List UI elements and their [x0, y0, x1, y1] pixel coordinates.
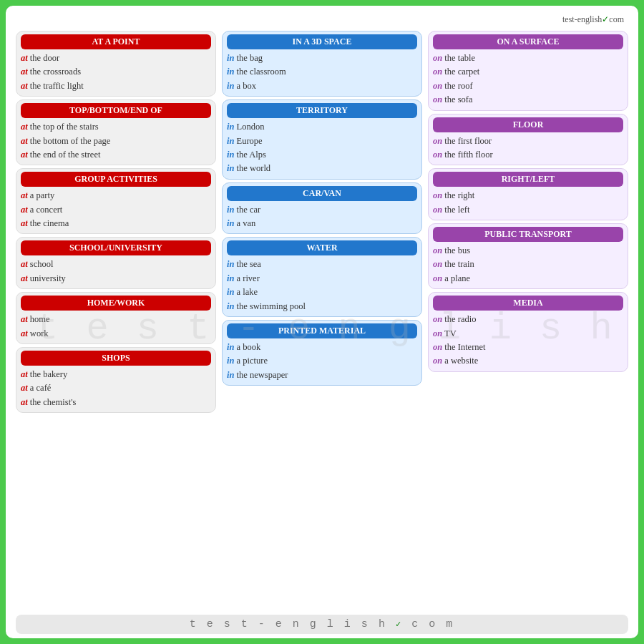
preposition: on [433, 136, 442, 146]
list-item: on a website [433, 354, 623, 368]
preposition: at [21, 314, 28, 324]
preposition: at [21, 122, 28, 132]
list-item: at a concert [21, 203, 211, 217]
section-at: SCHOOL/UNIVERSITYat schoolat university [16, 237, 216, 289]
section-header: MEDIA [433, 296, 623, 311]
preposition: at [21, 81, 28, 91]
preposition: in [227, 259, 234, 269]
preposition: at [21, 328, 28, 338]
column-on: ON A SURFACEon the tableon the carpeton … [428, 31, 628, 611]
section-in: PRINTED MATERIALin a bookin a picturein … [222, 320, 422, 386]
section-header: TERRITORY [227, 103, 417, 118]
list-item: on the roof [433, 79, 623, 93]
list-item: at home [21, 313, 211, 326]
preposition: on [433, 150, 442, 160]
column-in: IN A 3D SPACEin the bagin the classroomi… [222, 31, 422, 611]
list-item: on the fifth floor [433, 148, 623, 162]
preposition: at [21, 150, 28, 160]
list-item: at the top of the stairs [21, 120, 211, 134]
preposition: at [21, 53, 28, 63]
list-item: at the traffic light [21, 79, 211, 93]
preposition: on [433, 314, 442, 324]
list-item: on a plane [433, 272, 623, 286]
section-on: ON A SURFACEon the tableon the carpeton … [428, 31, 628, 111]
preposition: on [433, 53, 442, 63]
list-item: in a book [227, 341, 417, 354]
section-header: IN A 3D SPACE [227, 34, 417, 49]
preposition: on [433, 205, 442, 215]
list-item: on the bus [433, 244, 623, 258]
preposition: in [227, 53, 234, 63]
preposition: at [21, 136, 28, 146]
list-item: at the bakery [21, 368, 211, 381]
list-item: at a café [21, 381, 211, 395]
section-in: WATERin the seain a riverin a lakein the… [222, 237, 422, 317]
section-in: IN A 3D SPACEin the bagin the classroomi… [222, 31, 422, 97]
preposition: at [21, 205, 28, 215]
list-item: on the right [433, 189, 623, 203]
preposition: at [21, 383, 28, 393]
list-item: at school [21, 258, 211, 271]
list-item: in a river [227, 272, 417, 286]
section-at: GROUP ACTIVITIESat a partyat a concertat… [16, 168, 216, 234]
list-item: in Europe [227, 135, 417, 148]
section-header: SHOPS [21, 351, 211, 366]
preposition: at [21, 397, 28, 407]
preposition: on [433, 81, 442, 91]
list-item: in London [227, 120, 417, 134]
section-on: MEDIAon the radioon TVon the Interneton … [428, 292, 628, 372]
preposition: at [21, 259, 28, 269]
preposition: in [227, 287, 234, 297]
list-item: at the chemist's [21, 396, 211, 409]
preposition: on [433, 328, 442, 338]
list-item: in the Alps [227, 148, 417, 162]
section-header: PRINTED MATERIAL [227, 323, 417, 338]
section-at: HOME/WORKat homeat work [16, 292, 216, 344]
section-header: PUBLIC TRANSPORT [433, 227, 623, 242]
list-item: at the cinema [21, 217, 211, 230]
preposition: at [21, 218, 28, 228]
preposition: in [227, 273, 234, 283]
section-on: FLOORon the first flooron the fifth floo… [428, 114, 628, 166]
section-at: AT A POINTat the doorat the crossroadsat… [16, 31, 216, 97]
list-item: in the sea [227, 258, 417, 271]
section-header: WATER [227, 240, 417, 255]
section-in: CAR/VANin the carin a van [222, 182, 422, 235]
column-at: AT A POINTat the doorat the crossroadsat… [16, 31, 216, 611]
preposition: on [433, 190, 442, 200]
list-item: in a lake [227, 286, 417, 299]
preposition: on [433, 273, 442, 283]
preposition: at [21, 273, 28, 283]
preposition: in [227, 81, 234, 91]
preposition: on [433, 342, 442, 352]
footer: t e s t - e n g l i s h ✓ c o m [16, 615, 628, 634]
preposition: in [227, 301, 234, 311]
preposition: in [227, 356, 234, 366]
site-tag: test-english✓com [16, 14, 624, 25]
list-item: on the left [433, 203, 623, 217]
preposition: on [433, 259, 442, 269]
preposition: in [227, 218, 234, 228]
list-item: on the sofa [433, 93, 623, 107]
list-item: in the newspaper [227, 369, 417, 382]
list-item: in the classroom [227, 65, 417, 79]
section-header: AT A POINT [21, 34, 211, 49]
section-at: SHOPSat the bakeryat a caféat the chemis… [16, 347, 216, 413]
preposition: at [21, 67, 28, 77]
section-header: FLOOR [433, 117, 623, 132]
preposition: on [433, 67, 442, 77]
section-header: HOME/WORK [21, 296, 211, 311]
section-on: PUBLIC TRANSPORTon the buson the trainon… [428, 223, 628, 289]
preposition: in [227, 370, 234, 380]
preposition: in [227, 136, 234, 146]
list-item: on TV [433, 327, 623, 341]
list-item: at university [21, 272, 211, 286]
list-item: in a van [227, 217, 417, 230]
outer-border: test-english✓com AT A POINTat the doorat… [0, 0, 644, 644]
list-item: in the bag [227, 52, 417, 65]
preposition: on [433, 94, 442, 104]
columns-body: AT A POINTat the doorat the crossroadsat… [16, 31, 628, 611]
preposition: in [227, 150, 234, 160]
list-item: in the car [227, 203, 417, 217]
list-item: at the end of the street [21, 148, 211, 162]
